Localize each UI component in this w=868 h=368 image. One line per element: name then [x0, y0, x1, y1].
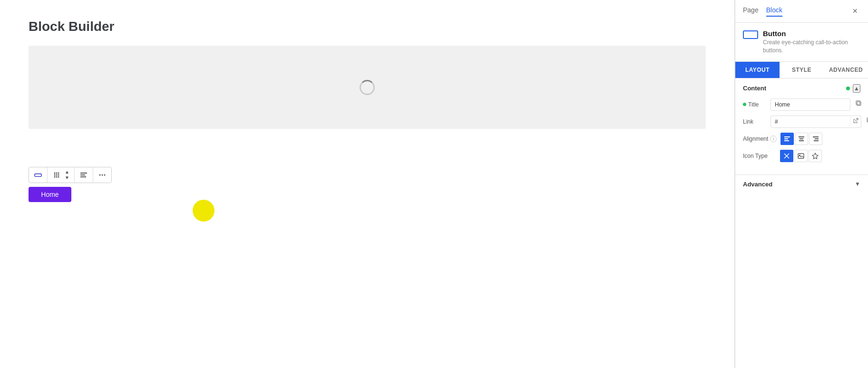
block-type-icon: [743, 30, 758, 39]
svg-point-4: [54, 174, 56, 176]
link-copy-button[interactable]: [865, 116, 868, 127]
svg-point-6: [58, 174, 59, 176]
block-info: Button Create eye-catching call-to-actio…: [735, 23, 868, 62]
svg-rect-12: [80, 176, 86, 177]
no-icon-icon: [783, 153, 790, 159]
alignment-buttons: [780, 133, 822, 145]
icon-type-row: Icon Type: [743, 150, 860, 162]
collapse-content-button[interactable]: ▲: [853, 84, 860, 93]
svg-rect-20: [784, 136, 790, 137]
alignment-label: Alignment i: [743, 136, 777, 142]
icon-type-icon: [812, 153, 819, 159]
chevron-down-icon: ▼: [855, 181, 860, 187]
title-label: Title: [743, 101, 767, 108]
svg-point-8: [56, 176, 58, 178]
cursor-indicator: [193, 200, 215, 222]
block-description: Create eye-catching call-to-action butto…: [763, 39, 860, 55]
content-section-title: Content: [743, 85, 766, 92]
svg-point-3: [58, 173, 59, 174]
move-down-button[interactable]: ▼: [63, 175, 71, 181]
svg-rect-25: [799, 140, 804, 141]
alignment-info-icon: i: [770, 136, 777, 142]
link-label: Link: [743, 118, 767, 125]
external-link-icon: [853, 118, 858, 124]
svg-point-13: [99, 174, 100, 176]
align-center-icon: [798, 136, 805, 142]
page-title: Block Builder: [29, 19, 706, 34]
link-input[interactable]: [771, 116, 850, 127]
panel-header: Page Block ×: [735, 0, 868, 23]
main-canvas: Block Builder: [0, 0, 734, 368]
title-input[interactable]: [770, 98, 850, 111]
icon-type-label: Icon Type: [743, 153, 776, 159]
svg-rect-0: [35, 174, 41, 177]
move-up-button[interactable]: ▲: [63, 169, 71, 175]
block-toolbar: ▲ ▼: [29, 167, 112, 183]
advanced-title: Advanced: [743, 181, 772, 188]
svg-rect-27: [815, 138, 819, 139]
settings-tabs: LAYOUT STYLE ADVANCED: [735, 62, 868, 78]
icon-type-none-button[interactable]: [780, 150, 793, 162]
svg-rect-11: [80, 174, 85, 175]
copy-icon: [856, 100, 862, 107]
svg-rect-16: [857, 102, 861, 106]
svg-point-5: [56, 174, 58, 176]
close-panel-button[interactable]: ×: [849, 5, 860, 17]
button-icon: [34, 171, 42, 179]
image-icon: [798, 153, 804, 159]
align-icon: [80, 171, 88, 179]
svg-point-2: [56, 173, 58, 174]
svg-rect-24: [800, 138, 803, 139]
advanced-section: Advanced ▼: [735, 174, 868, 194]
link-field-row: Link: [743, 116, 860, 128]
advanced-header[interactable]: Advanced ▼: [735, 175, 868, 194]
canvas-preview: [29, 46, 706, 129]
toolbar-group-grid: ▲ ▼: [48, 167, 75, 183]
block-type-button[interactable]: [32, 169, 44, 181]
tab-advanced[interactable]: ADVANCED: [824, 62, 868, 78]
block-info-text: Button Create eye-catching call-to-actio…: [763, 29, 860, 55]
more-options-button[interactable]: [96, 169, 108, 181]
content-status-dot: [846, 87, 850, 90]
svg-point-9: [58, 176, 59, 178]
svg-rect-17: [856, 101, 860, 105]
settings-content: Content ▲ Title Link: [735, 78, 868, 173]
alignment-row: Alignment i: [743, 133, 860, 145]
align-left-button[interactable]: [780, 133, 794, 145]
svg-rect-10: [80, 173, 87, 174]
svg-rect-21: [784, 138, 788, 139]
align-center-button[interactable]: [795, 133, 808, 145]
tab-style[interactable]: STYLE: [780, 62, 824, 78]
align-right-icon: [812, 136, 819, 142]
svg-point-7: [54, 176, 56, 178]
align-right-button[interactable]: [809, 133, 822, 145]
svg-rect-26: [813, 136, 819, 137]
align-left-icon: [784, 136, 790, 142]
link-input-wrap: [770, 116, 861, 128]
toolbar-group-more: [93, 167, 111, 183]
right-panel: Page Block × Button Create eye-catching …: [735, 0, 868, 368]
title-field-row: Title: [743, 98, 860, 111]
tab-layout[interactable]: LAYOUT: [735, 62, 780, 78]
svg-rect-22: [784, 140, 789, 141]
svg-point-14: [101, 174, 103, 176]
tab-block[interactable]: Block: [766, 6, 782, 17]
more-icon: [98, 171, 106, 179]
icon-type-icon-button[interactable]: [809, 150, 822, 162]
grid-icon: [53, 171, 60, 179]
svg-rect-28: [814, 140, 819, 141]
icon-type-image-button[interactable]: [794, 150, 808, 162]
svg-rect-23: [799, 136, 804, 137]
link-open-button[interactable]: [850, 116, 861, 126]
title-copy-button[interactable]: [854, 99, 864, 110]
panel-tabs: Page Block: [743, 6, 782, 17]
svg-point-1: [54, 173, 56, 174]
home-button[interactable]: Home: [29, 187, 71, 202]
move-arrows: ▲ ▼: [63, 169, 71, 181]
toolbar-group-type: [29, 167, 48, 183]
svg-marker-33: [812, 153, 818, 159]
grid-button[interactable]: [50, 169, 63, 181]
align-button[interactable]: [78, 169, 90, 181]
tab-page[interactable]: Page: [743, 6, 759, 17]
title-dot: [743, 103, 746, 106]
